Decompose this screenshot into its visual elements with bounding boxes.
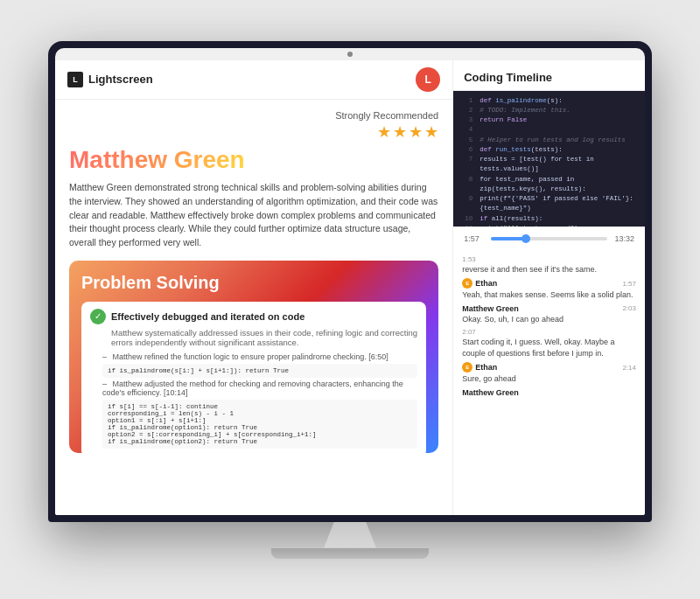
scrubber-time-right: 13:32 [612, 234, 634, 243]
scrubber-track[interactable] [491, 237, 607, 240]
ps-detail-1: Matthew refined the function logic to en… [90, 352, 417, 361]
code-line-9: 9 print(f"{'PASS' if passed else 'FAIL'}… [462, 194, 636, 214]
chat-area: 1:53 reverse it and then see if it's the… [453, 250, 645, 515]
chat-meta-2: Matthew Green 2:03 [462, 304, 636, 313]
monitor-base [271, 548, 429, 559]
chat-message-1: E Ethan 1:57 Yeah, that makes sense. See… [462, 278, 636, 301]
chat-meta-3: 2:07 [462, 328, 636, 336]
monitor-screen: L Lightscreen L Strongly Recommended ★ ★ [48, 41, 652, 522]
chat-meta-1: E Ethan 1:57 [462, 278, 636, 289]
scrubber-handle[interactable] [522, 234, 530, 243]
right-header: Coding Timeline [453, 60, 645, 91]
logo-text: Lightscreen [88, 73, 153, 86]
ethan-avatar-2: E [462, 362, 472, 373]
chat-message-3: 2:07 Start coding it, I guess. Well, oka… [462, 328, 636, 359]
check-icon: ✓ [90, 309, 106, 324]
chat-text-3: Start coding it, I guess. Well, okay. Ma… [462, 337, 636, 359]
left-panel: L Lightscreen L Strongly Recommended ★ ★ [55, 60, 452, 515]
coding-timeline-title: Coding Timeline [464, 71, 552, 84]
chat-text-2: Okay. So, uh, I can go ahead [462, 314, 636, 325]
code-line-10: 10 if all(results): [462, 214, 636, 224]
stars-row: ★ ★ ★ ★ [69, 122, 438, 142]
chat-sender-1: E Ethan [462, 278, 497, 289]
star-2: ★ [393, 122, 407, 142]
chat-text-1: Yeah, that makes sense. Seems like a sol… [462, 289, 636, 301]
timeline-scrubber[interactable]: 1:57 13:32 [453, 226, 645, 250]
chat-sender-5: Matthew Green [462, 388, 519, 397]
chat-sender-2: Matthew Green [462, 304, 519, 313]
ps-badge: ✓ Effectively debugged and iterated on c… [81, 302, 426, 453]
chat-message-5: Matthew Green [462, 388, 636, 398]
chat-time-2: 2:03 [622, 304, 636, 312]
chat-meta-5: Matthew Green [462, 388, 636, 397]
code-line-6: 6def run_tests(tests): [462, 145, 636, 155]
monitor-neck [324, 522, 376, 548]
ps-detail-2: Matthew adjusted the method for checking… [90, 380, 417, 397]
chat-text-0: reverse it and then see if it's the same… [462, 264, 636, 275]
code-line-1: 1def is_palindrome(s): [462, 96, 636, 106]
code-line-4: 4 [462, 125, 636, 135]
right-panel: Coding Timeline 1def is_palindrome(s): 2… [452, 60, 645, 515]
chat-time-1: 1:57 [622, 280, 636, 288]
code-line-5: 5# Helper to run tests and log results [462, 136, 636, 145]
camera-dot [347, 52, 353, 57]
scrubber-time-left: 1:57 [464, 234, 486, 243]
chat-time-4: 2:14 [622, 364, 636, 372]
ethan-avatar: E [462, 278, 472, 289]
chat-meta-4: E Ethan 2:14 [462, 362, 636, 373]
chat-text-4: Sure, go ahead [462, 373, 636, 385]
ps-title: Problem Solving [81, 273, 426, 293]
code-block: 1def is_palindrome(s): 2 # TODO: Impleme… [453, 91, 645, 226]
logo-area: L Lightscreen [67, 72, 153, 87]
content-area: Strongly Recommended ★ ★ ★ ★ Matthew Gre… [55, 100, 452, 515]
candidate-name: Matthew Green [69, 145, 438, 175]
star-3: ★ [409, 122, 423, 142]
app-container: L Lightscreen L Strongly Recommended ★ ★ [55, 60, 645, 515]
code-snippet-2: if s[i] == s[-i-1]: continue correspondi… [102, 400, 417, 449]
chat-message-4: E Ethan 2:14 Sure, go ahead [462, 362, 636, 385]
chat-time-0: 1:53 [462, 255, 476, 263]
monitor-bezel: L Lightscreen L Strongly Recommended ★ ★ [55, 48, 645, 515]
header-bar: L Lightscreen L [55, 60, 452, 100]
star-1: ★ [377, 122, 391, 142]
code-line-2: 2 # TODO: Implement this. [462, 106, 636, 115]
code-line-8: 8 for test_name, passed in zip(tests.key… [462, 175, 636, 195]
chat-message-2: Matthew Green 2:03 Okay. So, uh, I can g… [462, 304, 636, 325]
chat-time-3: 2:07 [462, 328, 476, 336]
ps-badge-header: ✓ Effectively debugged and iterated on c… [90, 309, 417, 324]
chat-meta-0: 1:53 [462, 255, 636, 263]
ps-badge-desc: Matthew systematically addressed issues … [90, 328, 417, 347]
candidate-description: Matthew Green demonstrated strong techni… [69, 181, 438, 250]
recommendation-label: Strongly Recommended [69, 110, 438, 121]
star-4: ★ [424, 122, 438, 142]
ps-badge-title: Effectively debugged and iterated on cod… [111, 311, 304, 322]
code-line-7: 7 results = [test() for test in tests.va… [462, 155, 636, 175]
logo-icon: L [67, 72, 83, 87]
problem-solving-card: Problem Solving ✓ Effectively debugged a… [69, 261, 438, 453]
user-avatar[interactable]: L [416, 67, 440, 92]
chat-sender-4: E Ethan [462, 362, 497, 373]
code-snippet-1: if is_palindrome(s[i:] + s[i+1:]): retur… [102, 364, 417, 378]
chat-message-0: 1:53 reverse it and then see if it's the… [462, 255, 636, 275]
monitor-wrapper: L Lightscreen L Strongly Recommended ★ ★ [44, 41, 656, 559]
code-line-3: 3 return False [462, 115, 636, 125]
